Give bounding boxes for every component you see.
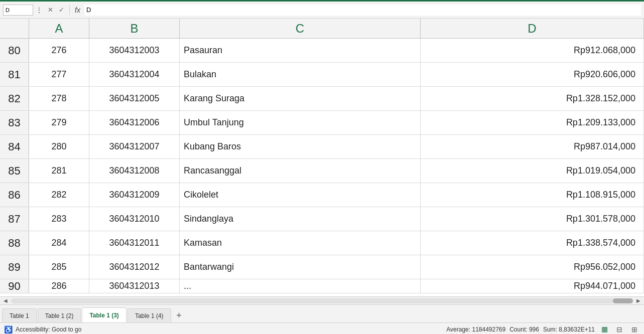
table-row[interactable]: 89 285 3604312012 Bantarwangi Rp956.052,… [0, 255, 644, 279]
cell-c[interactable]: Umbul Tanjung [180, 111, 421, 134]
cell-c[interactable]: Bulakan [180, 63, 421, 86]
cell-b[interactable]: 3604312004 [89, 63, 180, 86]
cell-a[interactable]: 283 [29, 207, 89, 231]
page-layout-view-btn[interactable]: ⊟ [614, 324, 625, 335]
horizontal-scrollbar[interactable]: ◀ ▶ [0, 296, 644, 304]
cell-c[interactable]: Bantarwangi [180, 255, 421, 279]
cell-a[interactable]: 280 [29, 135, 89, 158]
cell-a[interactable]: 277 [29, 63, 89, 86]
formula-bar-dots: ⋮ [34, 6, 44, 14]
cell-c[interactable]: Rancasanggal [180, 159, 421, 183]
cell-c[interactable]: Kamasan [180, 231, 421, 255]
normal-view-btn[interactable]: ▦ [599, 324, 610, 335]
cell-a[interactable]: 278 [29, 87, 89, 110]
cell-d[interactable]: Rp912.068,000 [421, 39, 644, 62]
row-number: 90 [0, 279, 29, 293]
formula-confirm-btn[interactable]: ✓ [56, 5, 66, 15]
column-header-row: A B C D [0, 19, 644, 39]
row-number: 81 [0, 63, 29, 86]
sheet-tab[interactable]: Table 1 [2, 308, 37, 322]
formula-cancel-btn[interactable]: ✕ [45, 5, 55, 15]
spreadsheet: A B C D 80 276 3604312003 Pasauran Rp912… [0, 19, 644, 296]
cell-b[interactable]: 3604312005 [89, 87, 180, 110]
table-row[interactable]: 81 277 3604312004 Bulakan Rp920.606,000 [0, 63, 644, 87]
cell-b[interactable]: 3604312007 [89, 135, 180, 158]
accessibility-icon: ♿ [4, 325, 13, 333]
cell-a[interactable]: 281 [29, 159, 89, 183]
accessibility-text: Accessibility: Good to go [16, 326, 81, 333]
col-header-d[interactable]: D [421, 19, 644, 39]
cell-d[interactable]: Rp1.019.054,000 [421, 159, 644, 183]
scrollbar-thumb[interactable] [613, 298, 633, 303]
sheet-tab[interactable]: Table 1 (2) [38, 308, 81, 322]
cell-c[interactable]: ... [180, 279, 421, 293]
table-row[interactable]: 90 286 3604312013 ... Rp944.071,000 [0, 279, 644, 293]
add-sheet-button[interactable]: + [172, 309, 186, 321]
sheet-tab[interactable]: Table 1 (3) [82, 307, 126, 322]
cell-a[interactable]: 276 [29, 39, 89, 62]
cell-b[interactable]: 3604312008 [89, 159, 180, 183]
cell-d[interactable]: Rp1.301.578,000 [421, 207, 644, 231]
cell-b[interactable]: 3604312013 [89, 279, 180, 293]
scrollbar-track[interactable] [11, 298, 633, 303]
cell-d[interactable]: Rp1.209.133,000 [421, 111, 644, 134]
formula-bar: ⋮ ✕ ✓ fx [0, 2, 644, 19]
sheet-tab[interactable]: Table 1 (4) [127, 308, 171, 322]
cell-a[interactable]: 285 [29, 255, 89, 279]
row-number: 88 [0, 231, 29, 255]
status-sum: Sum: 8,83632E+11 [543, 326, 595, 333]
cell-b[interactable]: 3604312011 [89, 231, 180, 255]
row-number: 82 [0, 87, 29, 110]
table-row[interactable]: 85 281 3604312008 Rancasanggal Rp1.019.0… [0, 159, 644, 183]
cell-c[interactable]: Sindanglaya [180, 207, 421, 231]
cell-a[interactable]: 284 [29, 231, 89, 255]
cell-d[interactable]: Rp956.052,000 [421, 255, 644, 279]
formula-input[interactable] [84, 5, 641, 16]
table-row[interactable]: 80 276 3604312003 Pasauran Rp912.068,000 [0, 39, 644, 63]
table-row[interactable]: 84 280 3604312007 Kubang Baros Rp987.014… [0, 135, 644, 159]
status-average: Average: 1184492769 [446, 326, 505, 333]
cell-d[interactable]: Rp1.328.152,000 [421, 87, 644, 110]
row-number: 86 [0, 183, 29, 207]
cell-c[interactable]: Kubang Baros [180, 135, 421, 158]
cell-d[interactable]: Rp944.071,000 [421, 279, 644, 293]
sheet-tabs-bar: Table 1Table 1 (2)Table 1 (3)Table 1 (4)… [0, 304, 644, 322]
row-number: 87 [0, 207, 29, 231]
table-row[interactable]: 82 278 3604312005 Karang Suraga Rp1.328.… [0, 87, 644, 111]
status-count: Count: 996 [509, 326, 539, 333]
cell-b[interactable]: 3604312006 [89, 111, 180, 134]
col-header-a[interactable]: A [29, 19, 89, 39]
cell-d[interactable]: Rp987.014,000 [421, 135, 644, 158]
fx-label: fx [75, 6, 80, 14]
formula-divider [69, 5, 70, 15]
table-row[interactable]: 88 284 3604312011 Kamasan Rp1.338.574,00… [0, 231, 644, 255]
cell-b[interactable]: 3604312009 [89, 183, 180, 207]
cell-c[interactable]: Cikolelet [180, 183, 421, 207]
cell-c[interactable]: Pasauran [180, 39, 421, 62]
cell-b[interactable]: 3604312003 [89, 39, 180, 62]
formula-bar-left: ⋮ ✕ ✓ fx [3, 5, 82, 16]
cell-b[interactable]: 3604312012 [89, 255, 180, 279]
page-break-view-btn[interactable]: ⊞ [629, 324, 640, 335]
cell-d[interactable]: Rp1.108.915,000 [421, 183, 644, 207]
cell-b[interactable]: 3604312010 [89, 207, 180, 231]
cell-d[interactable]: Rp920.606,000 [421, 63, 644, 86]
col-header-c[interactable]: C [180, 19, 421, 39]
cell-c[interactable]: Karang Suraga [180, 87, 421, 110]
row-num-header [0, 19, 29, 38]
table-row[interactable]: 86 282 3604312009 Cikolelet Rp1.108.915,… [0, 183, 644, 207]
cell-d[interactable]: Rp1.338.574,000 [421, 231, 644, 255]
cell-a[interactable]: 282 [29, 183, 89, 207]
scroll-right-arrow[interactable]: ▶ [635, 298, 642, 303]
row-number: 85 [0, 159, 29, 183]
col-header-b[interactable]: B [89, 19, 180, 39]
row-number: 89 [0, 255, 29, 279]
table-row[interactable]: 83 279 3604312006 Umbul Tanjung Rp1.209.… [0, 111, 644, 135]
scroll-left-arrow[interactable]: ◀ [2, 298, 9, 303]
table-row[interactable]: 87 283 3604312010 Sindanglaya Rp1.301.57… [0, 207, 644, 231]
cell-a[interactable]: 286 [29, 279, 89, 293]
row-number: 83 [0, 111, 29, 134]
row-number: 84 [0, 135, 29, 158]
cell-a[interactable]: 279 [29, 111, 89, 134]
cell-reference-box[interactable] [3, 5, 33, 16]
